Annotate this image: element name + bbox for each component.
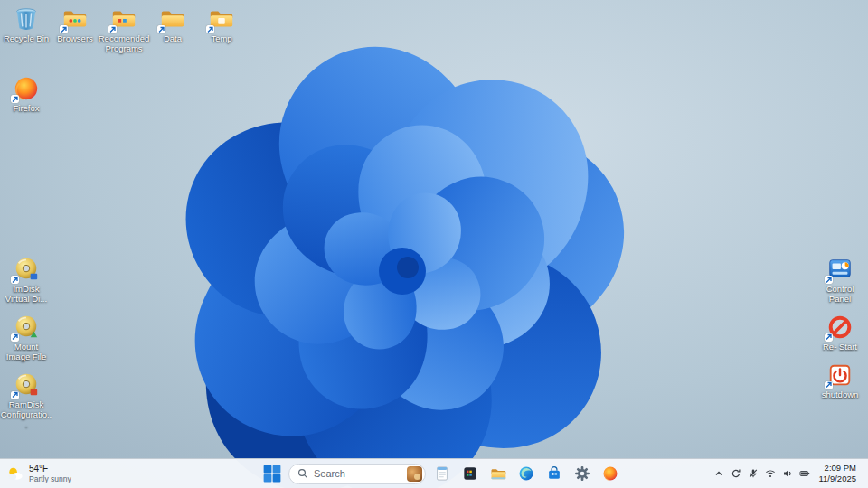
weather-condition: Partly sunny <box>29 474 71 483</box>
search-icon <box>297 468 308 479</box>
shortcut-arrow-icon <box>157 25 165 33</box>
battery-icon[interactable] <box>797 463 813 484</box>
weather-temperature: 54°F <box>29 464 71 474</box>
desktop-icon-column-right: Control Panel Re- Start <box>816 256 864 400</box>
firefox-icon <box>601 465 619 483</box>
desktop-icon-data[interactable]: Data <box>148 5 197 54</box>
power-icon <box>826 361 854 389</box>
shortcut-arrow-icon <box>206 25 214 33</box>
shortcut-arrow-icon <box>825 276 833 284</box>
taskbar-app-firefox[interactable] <box>599 462 622 485</box>
restart-prohibited-icon <box>826 314 854 341</box>
desktop-icon-recycle-bin[interactable]: Recycle Bin <box>2 5 51 54</box>
volume-icon[interactable] <box>779 463 796 484</box>
recycle-bin-icon <box>12 5 41 33</box>
taskbar-app-microsoft-store[interactable] <box>542 462 566 485</box>
file-explorer-icon <box>489 465 507 483</box>
desktop-icon-control-panel[interactable]: Control Panel <box>816 256 864 305</box>
firefox-icon <box>12 75 41 102</box>
system-utility-icon <box>461 465 479 483</box>
folder-icon <box>207 5 236 33</box>
settings-gear-icon <box>573 465 591 483</box>
search-daily-image[interactable] <box>407 466 422 482</box>
gold-disc-icon <box>12 314 41 341</box>
sun-cloud-icon <box>6 465 24 483</box>
clock[interactable]: 2:09 PM 11/9/2025 <box>814 463 862 485</box>
gold-disc-icon <box>12 256 41 283</box>
taskbar-app-file-explorer[interactable] <box>486 462 510 485</box>
desktop-icon-restart[interactable]: Re- Start <box>816 314 864 352</box>
hidden-icons-chevron-icon[interactable] <box>711 463 727 484</box>
taskbar: 54°F Partly sunny <box>0 458 868 488</box>
shortcut-arrow-icon <box>11 95 19 103</box>
microsoft-store-icon <box>545 465 563 483</box>
icon-label: ImDisk Virtual Di... <box>2 285 51 305</box>
shortcut-arrow-icon <box>108 25 117 33</box>
control-panel-icon <box>826 256 854 283</box>
show-desktop-button[interactable] <box>863 459 866 488</box>
icon-label: Recomended Programs <box>99 34 150 54</box>
desktop-icon-row: Recycle Bin Browsers <box>2 5 246 54</box>
shortcut-arrow-icon <box>60 25 68 33</box>
edge-icon <box>517 465 535 483</box>
start-button[interactable] <box>260 462 284 485</box>
shortcut-arrow-icon <box>825 381 833 389</box>
icon-label: RamDisk Configuratio... <box>0 400 52 430</box>
taskbar-app-settings[interactable] <box>571 462 594 485</box>
mic-muted-icon[interactable] <box>745 463 761 484</box>
folder-icon <box>109 5 138 33</box>
desktop-icon-imdisk[interactable]: ImDisk Virtual Di... <box>2 256 51 305</box>
system-tray: 2:09 PM 11/9/2025 <box>711 459 866 488</box>
desktop: Recycle Bin Browsers <box>0 0 868 488</box>
desktop-icon-firefox[interactable]: Firefox <box>2 75 51 114</box>
icon-label: Data <box>164 34 182 44</box>
icon-label: Mount Image File <box>2 343 51 362</box>
folder-icon <box>158 5 187 33</box>
shortcut-arrow-icon <box>11 391 19 399</box>
clock-time: 2:09 PM <box>818 463 856 474</box>
search-box[interactable] <box>288 464 426 484</box>
taskbar-app-system-utility[interactable] <box>458 462 482 485</box>
search-input[interactable] <box>314 468 401 479</box>
desktop-icon-ramdisk[interactable]: RamDisk Configuratio... <box>2 371 51 430</box>
sync-icon[interactable] <box>728 463 744 484</box>
icon-label: Control Panel <box>816 285 864 305</box>
taskbar-app-edge[interactable] <box>514 462 538 485</box>
taskbar-center <box>260 459 622 488</box>
wallpaper-bloom <box>0 0 868 488</box>
windows-start-icon <box>263 465 281 483</box>
shortcut-arrow-icon <box>825 333 833 342</box>
gold-disc-icon <box>12 371 41 399</box>
weather-widget[interactable]: 54°F Partly sunny <box>6 459 71 488</box>
desktop-icon-recommended-programs[interactable]: Recomended Programs <box>99 5 148 54</box>
desktop-icon-temp[interactable]: Temp <box>197 5 246 54</box>
folder-icon <box>61 5 90 33</box>
desktop-icon-shutdown[interactable]: shutdown <box>816 361 864 400</box>
icon-label: Recycle Bin <box>4 34 49 44</box>
shortcut-arrow-icon <box>11 333 19 342</box>
wifi-icon[interactable] <box>762 463 778 484</box>
notepad-icon <box>433 465 451 483</box>
desktop-icon-browsers[interactable]: Browsers <box>51 5 99 54</box>
desktop-icon-column-left: ImDisk Virtual Di... Mount Image File <box>2 256 51 429</box>
clock-date: 11/9/2025 <box>818 474 856 484</box>
taskbar-app-notepad[interactable] <box>430 462 454 485</box>
desktop-icon-mount-image-file[interactable]: Mount Image File <box>2 314 51 362</box>
shortcut-arrow-icon <box>11 276 19 284</box>
